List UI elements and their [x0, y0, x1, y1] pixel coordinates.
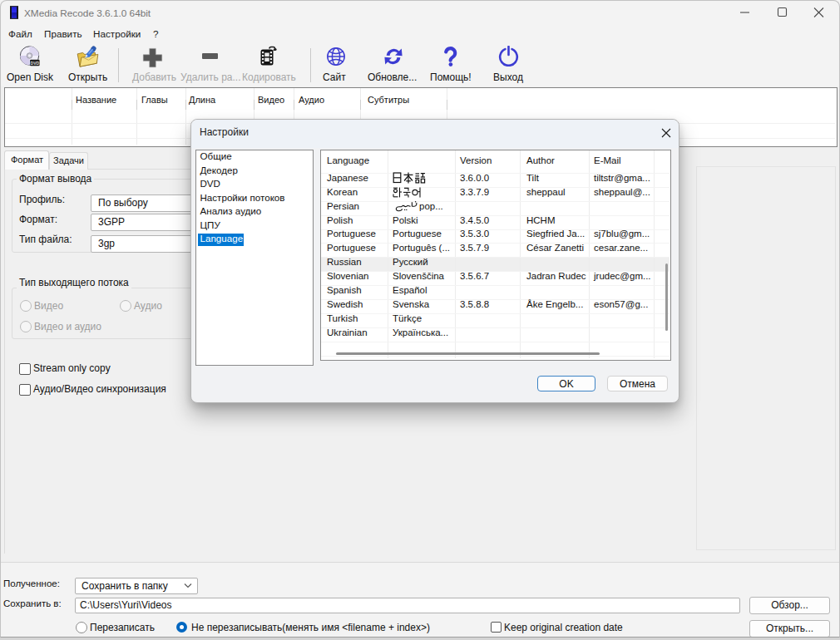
svg-text:DVD: DVD — [31, 61, 40, 66]
